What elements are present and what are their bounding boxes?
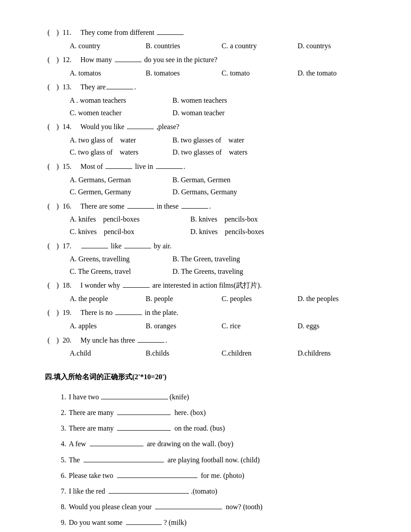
q13-paren: (	[45, 81, 53, 93]
fill-num-7: 7.	[54, 485, 66, 497]
q14-options-row1: A. two glass of water B. two glasses of …	[70, 134, 375, 146]
fill-item-8: 8. Would you please clean your now? (too…	[54, 501, 375, 513]
fill-blank-3	[117, 430, 171, 431]
q19-paren-close: )	[54, 307, 62, 318]
q15-optD: D. Germans, Germany	[172, 186, 271, 198]
q20-optC: C.children	[222, 348, 293, 359]
q12-optC: C. tomato	[222, 67, 293, 79]
q16-options-row2: C. knives pencil-box D. knives pencils-b…	[70, 226, 375, 238]
fill-text-2: There are many here. (box)	[69, 406, 206, 419]
q19-optA: A. apples	[70, 320, 141, 332]
fill-num-5: 5.	[54, 454, 66, 466]
q11-text: They come from different	[80, 27, 375, 38]
q18-optD: D. the peoples	[298, 293, 369, 305]
q20-paren-close: )	[54, 335, 62, 346]
q15-paren-close: )	[54, 161, 62, 172]
fill-text-4: A few are drawing on the wall. (boy)	[69, 438, 233, 450]
q15-blank2	[156, 168, 183, 169]
q19-text: There is no in the plate.	[80, 307, 375, 318]
question-16: ( ) 16. There are some in these . A. kni…	[45, 201, 375, 238]
q11-paren-close: )	[54, 27, 62, 38]
q11-options: A. country B. countries C. a country D. …	[70, 40, 375, 52]
question-14: ( ) 14. Would you like ,please? A. two g…	[45, 121, 375, 158]
q15-text: Most of live in .	[80, 161, 375, 172]
q15-blank1	[105, 168, 132, 169]
q20-text: My uncle has three .	[80, 335, 375, 346]
q13-options-row1: A . woman teachers B. women teachers	[70, 95, 375, 106]
q12-optD: D. the tomato	[298, 67, 369, 79]
q18-paren: (	[45, 280, 53, 291]
q18-paren-close: )	[54, 280, 62, 291]
fill-blank-6	[117, 478, 197, 478]
q13-optC: C. women teacher	[70, 107, 168, 119]
q16-paren: (	[45, 201, 53, 212]
question-19: ( ) 19. There is no in the plate. A. app…	[45, 307, 375, 331]
fill-num-3: 3.	[54, 422, 66, 434]
q14-paren-close: )	[54, 121, 62, 133]
q12-optB: B. tomatoes	[146, 67, 217, 79]
q13-num: 13.	[63, 81, 79, 93]
q17-text: like by air.	[80, 240, 375, 252]
fill-num-9: 9.	[54, 516, 66, 528]
q17-optA: A. Greens, travelling	[70, 253, 168, 265]
q14-optD: D. two glasses of waters	[172, 147, 271, 158]
q11-optA: A. country	[70, 40, 141, 52]
fill-item-4: 4. A few are drawing on the wall. (boy)	[54, 438, 375, 450]
q18-num: 18.	[63, 280, 79, 291]
question-15: ( ) 15. Most of live in . A. Germans, Ge…	[45, 161, 375, 198]
fill-num-1: 1.	[54, 391, 66, 403]
q17-blank1	[81, 248, 108, 248]
fill-text-3: There are many on the road. (bus)	[69, 422, 225, 434]
fill-text-5: The are playing football now. (child)	[69, 454, 260, 466]
q16-options-row1: A. knifes pencil-boxes B. knives pencils…	[70, 214, 375, 225]
q17-num: 17.	[63, 240, 79, 252]
q15-paren: (	[45, 161, 53, 172]
q13-options-row2: C. women teacher D. woman teacher	[70, 107, 375, 119]
section-4: 四.填入所给名词的正确形式(2'*10=20') 1. I have two(k…	[45, 373, 375, 532]
fill-text-8: Would you please clean your now? (tooth)	[69, 501, 263, 513]
q16-paren-close: )	[54, 201, 62, 212]
q15-options-row1: A. Germans, German B. German, Germen	[70, 174, 375, 186]
fill-num-2: 2.	[54, 406, 66, 419]
question-18: ( ) 18. I wonder why are interested in a…	[45, 280, 375, 304]
q17-paren: (	[45, 240, 53, 252]
q20-optB: B.childs	[146, 348, 217, 359]
q12-options: A. tomatos B. tomatoes C. tomato D. the …	[70, 67, 375, 79]
q14-paren: (	[45, 121, 53, 133]
q15-optC: C. Germen, Germany	[70, 186, 168, 198]
q17-optB: B. The Green, traveling	[172, 253, 271, 265]
q16-optC: C. knives pencil-box	[70, 226, 186, 238]
q19-blank	[115, 314, 142, 315]
q13-text: They are.	[80, 81, 375, 93]
q11-num: 11.	[63, 27, 79, 38]
fill-num-6: 6.	[54, 469, 66, 482]
q11-optC: C. a country	[222, 40, 293, 52]
q17-optC: C. The Greens, travel	[70, 266, 168, 277]
fill-blank-7	[109, 493, 189, 494]
q13-optD: D. woman teacher	[172, 107, 271, 119]
q11-optD: D. countrys	[298, 40, 369, 52]
q20-optD: D.childrens	[298, 348, 369, 359]
q14-options-row2: C. two glass of waters D. two glasses of…	[70, 147, 375, 158]
q14-optB: B. two glasses of water	[172, 134, 271, 146]
fill-item-9: 9. Do you want some ? (milk)	[54, 516, 375, 528]
q17-blank2	[124, 248, 151, 248]
q18-options: A. the people B. people C. peoples D. th…	[70, 293, 375, 305]
q14-blank	[127, 129, 154, 129]
fill-blank-2	[117, 415, 171, 415]
fill-blank-4	[90, 446, 143, 446]
fill-blank-1	[101, 399, 168, 399]
fill-list: 1. I have two(knife) 2. There are many h…	[54, 391, 375, 532]
q14-text: Would you like ,please?	[80, 121, 375, 133]
q13-optB: B. women teachers	[172, 95, 271, 106]
q16-optD: D. knives pencils-boxes	[190, 226, 306, 238]
q12-num: 12.	[63, 54, 79, 66]
question-20: ( ) 20. My uncle has three . A.child B.c…	[45, 335, 375, 359]
q14-num: 14.	[63, 121, 79, 133]
fill-item-2: 2. There are many here. (box)	[54, 406, 375, 419]
question-17: ( ) 17. like by air. A. Greens, travelli…	[45, 240, 375, 277]
q18-optA: A. the people	[70, 293, 141, 305]
q15-optA: A. Germans, German	[70, 174, 168, 186]
q20-blank	[138, 342, 164, 343]
q20-optA: A.child	[70, 348, 141, 359]
